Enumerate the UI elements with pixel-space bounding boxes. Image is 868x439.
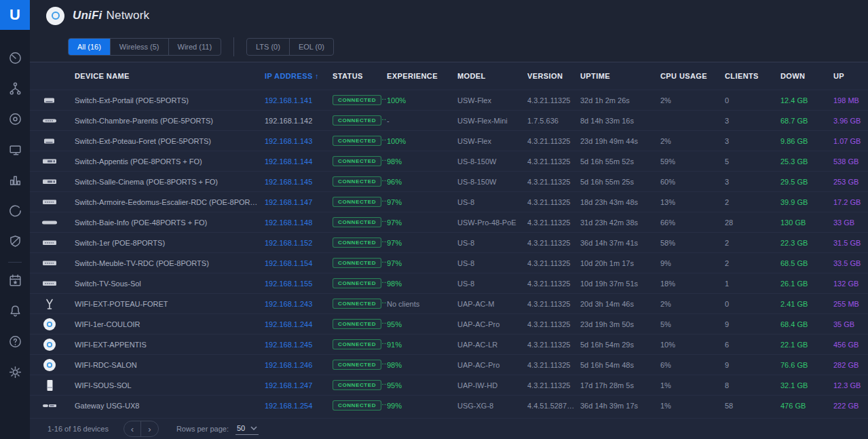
table-row[interactable]: Switch-Armoire-Eedomus-Escalier-RDC (POE… <box>30 191 868 212</box>
download-total: 12.4 GB <box>780 96 833 104</box>
device-ip-link[interactable]: 192.168.1.144 <box>265 157 312 166</box>
table-row[interactable]: Switch-Salle-Cinema (POE-8PORTS + FO)192… <box>30 171 868 191</box>
device-ip-link[interactable]: 192.168.1.254 <box>265 402 312 410</box>
device-ip-link[interactable]: 192.168.1.243 <box>265 300 312 308</box>
model-value: USW-Flex <box>457 137 527 145</box>
column-header-down[interactable]: DOWN <box>780 72 833 80</box>
cpu-usage-value: 5% <box>660 320 725 328</box>
device-ip-link[interactable]: 192.168.1.154 <box>265 259 312 267</box>
rows-per-page-select[interactable]: 50 <box>235 423 259 435</box>
tab-eol-0[interactable]: EOL (0) <box>290 39 333 55</box>
sidebar-item-events[interactable] <box>0 267 30 297</box>
sidebar-item-insights[interactable] <box>0 197 30 227</box>
gear-icon <box>8 365 22 382</box>
next-page-button[interactable]: › <box>141 421 158 436</box>
sidebar-item-devices[interactable] <box>0 105 30 136</box>
download-total: 39.9 GB <box>780 198 833 206</box>
tab-wired-11[interactable]: Wired (11) <box>169 39 221 55</box>
status-badge: CONNECTED <box>333 380 381 390</box>
column-header-up[interactable]: UP <box>833 72 868 80</box>
sidebar-item-threat-management[interactable] <box>0 227 30 258</box>
table-row[interactable]: Switch-Ext-Portail (POE-5PORTS)192.168.1… <box>30 90 868 110</box>
rows-per-page-value: 50 <box>237 424 245 432</box>
table-row[interactable]: WIFI-1er-COULOIR192.168.1.244CONNECTED95… <box>30 313 868 334</box>
column-header-experience[interactable]: EXPERIENCE <box>387 72 457 80</box>
device-icon-switch-flex <box>41 136 64 147</box>
sidebar-item-clients[interactable] <box>0 136 30 166</box>
table-row[interactable]: Switch-Chambre-Parents (POE-5PORTS)192.1… <box>30 110 868 130</box>
column-header-status[interactable]: STATUS <box>333 72 387 80</box>
device-ip-link[interactable]: 192.168.1.245 <box>265 341 312 349</box>
sidebar-item-settings[interactable] <box>0 358 30 389</box>
table-row[interactable]: WIFI-SOUS-SOL192.168.1.247CONNECTED95%UA… <box>30 375 868 395</box>
status-cell: CONNECTED <box>333 197 387 207</box>
column-header-ip-address[interactable]: IP ADDRESS ↑ <box>265 72 333 80</box>
upload-total: 255 MB <box>833 300 868 308</box>
table-row[interactable]: Switch-TV-Sous-Sol192.168.1.155CONNECTED… <box>30 273 868 293</box>
device-ip-link[interactable]: 192.168.1.152 <box>265 239 312 247</box>
table-row[interactable]: Gateway USG-UX8192.168.1.254CONNECTED99%… <box>30 395 868 415</box>
status-cell: CONNECTED <box>333 360 387 370</box>
cpu-usage-value: 60% <box>660 178 725 186</box>
table-row[interactable]: Switch-Meuble-TV-RDC (POE-8PORTS)192.168… <box>30 252 868 273</box>
clients-count: 2 <box>725 239 780 247</box>
pagination-controls: ‹ › <box>124 421 159 437</box>
table-row[interactable]: WIFI-EXT-POTEAU-FORET192.168.1.243CONNEC… <box>30 293 868 313</box>
clients-count: 9 <box>725 361 780 369</box>
status-cell: CONNECTED <box>333 319 387 329</box>
status-badge: CONNECTED <box>333 176 381 187</box>
table-row[interactable]: Switch-1er (POE-8PORTS)192.168.1.152CONN… <box>30 232 868 252</box>
chevron-down-icon <box>250 426 257 430</box>
device-ip-link[interactable]: 192.168.1.246 <box>265 361 312 369</box>
sidebar-item-dashboard[interactable] <box>0 44 30 75</box>
main-panel: UniFiNetwork All (16)Wireless (5)Wired (… <box>30 0 868 439</box>
model-value: US-8 <box>457 198 527 206</box>
prev-page-button[interactable]: ‹ <box>124 421 141 436</box>
table-row[interactable]: WIFI-RDC-SALON192.168.1.246CONNECTED98%U… <box>30 354 868 375</box>
tab-wireless-5[interactable]: Wireless (5) <box>111 39 169 55</box>
device-name: Gateway USG-UX8 <box>75 402 265 410</box>
version-value: 4.3.21.11325 <box>527 137 580 145</box>
device-icon-switch-8fo <box>41 176 64 187</box>
table-row[interactable]: Switch-Baie-Info (POE-48PORTS + FO)192.1… <box>30 212 868 232</box>
status-badge: CONNECTED <box>333 299 381 309</box>
cpu-usage-value: 18% <box>660 280 725 288</box>
column-header-device-name[interactable]: DEVICE NAME <box>75 72 265 80</box>
sidebar-item-help[interactable] <box>0 328 30 358</box>
device-ip-link[interactable]: 192.168.1.155 <box>265 280 312 288</box>
device-ip-link[interactable]: 192.168.1.143 <box>265 137 312 145</box>
filter-group-lifecycle: LTS (0)EOL (0) <box>246 38 334 56</box>
column-header-model[interactable]: MODEL <box>457 72 527 80</box>
status-cell: CONNECTED <box>333 258 387 268</box>
table-row[interactable]: Switch-Appentis (POE-8PORTS + FO)192.168… <box>30 151 868 171</box>
version-value: 1.7.5.636 <box>527 117 580 125</box>
sidebar-item-alerts[interactable] <box>0 297 30 328</box>
device-ip-link[interactable]: 192.168.1.148 <box>265 218 312 227</box>
sidebar-item-statistics[interactable] <box>0 166 30 197</box>
table-row[interactable]: Switch-Ext-Poteau-Foret (POE-5PORTS)192.… <box>30 130 868 151</box>
device-icon-gateway <box>41 400 64 411</box>
device-ip-link[interactable]: 192.168.1.247 <box>265 381 312 389</box>
tab-lts-0[interactable]: LTS (0) <box>247 39 290 55</box>
device-ip-link[interactable]: 192.168.1.141 <box>265 96 312 104</box>
filter-group-connection: All (16)Wireless (5)Wired (11) <box>68 38 221 56</box>
column-header-cpu-usage[interactable]: CPU USAGE <box>660 72 725 80</box>
column-header-uptime[interactable]: UPTIME <box>580 72 660 80</box>
cpu-usage-value: 1% <box>660 381 725 389</box>
experience-value: 91% <box>387 341 457 349</box>
device-ip-link[interactable]: 192.168.1.145 <box>265 178 312 186</box>
column-header-clients[interactable]: CLIENTS <box>725 72 780 80</box>
unifi-logo[interactable]: U <box>0 0 30 30</box>
device-ip-link[interactable]: 192.168.1.147 <box>265 198 312 206</box>
sidebar-item-topology[interactable] <box>0 75 30 105</box>
version-value: 4.3.21.11325 <box>527 320 580 328</box>
device-ip-link[interactable]: 192.168.1.244 <box>265 320 312 328</box>
clients-count: 2 <box>725 259 780 267</box>
device-icon-switch-8fo <box>41 156 64 167</box>
table-row[interactable]: WIFI-EXT-APPENTIS192.168.1.245CONNECTED9… <box>30 334 868 354</box>
tab-all-16[interactable]: All (16) <box>69 39 111 55</box>
upload-total: 12.3 GB <box>833 381 868 389</box>
uptime-value: 36d 14h 39m 17s <box>580 402 660 410</box>
column-header-version[interactable]: VERSION <box>527 72 580 80</box>
device-ip: 192.168.1.145 <box>265 178 333 186</box>
